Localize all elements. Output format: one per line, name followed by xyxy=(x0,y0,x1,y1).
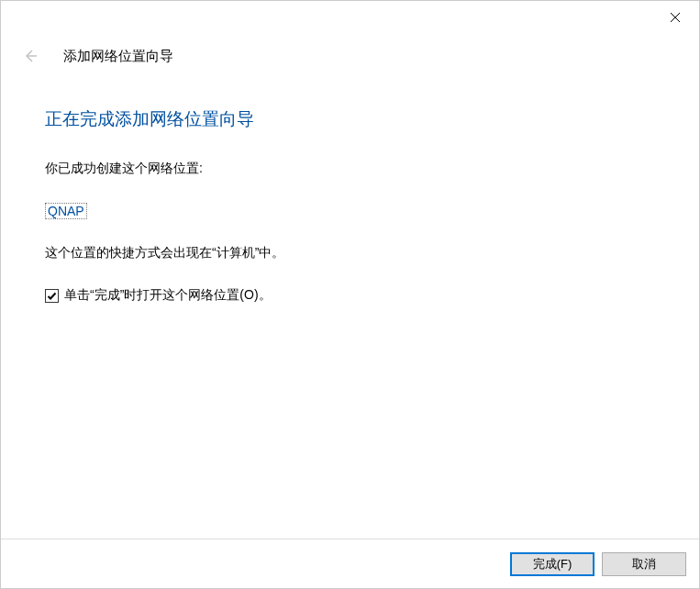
checkmark-icon xyxy=(47,291,57,301)
checkbox-box xyxy=(45,289,59,303)
back-button xyxy=(16,41,45,71)
page-heading: 正在完成添加网络位置向导 xyxy=(45,107,655,131)
back-arrow-icon xyxy=(22,48,39,64)
checkbox-label: 单击“完成”时打开这个网络位置(O)。 xyxy=(64,287,272,304)
titlebar xyxy=(1,1,699,30)
shortcut-info: 这个位置的快捷方式会出现在“计算机”中。 xyxy=(45,245,655,261)
close-button[interactable] xyxy=(655,5,695,30)
finish-button[interactable]: 完成(F) xyxy=(510,552,594,576)
header-row: 添加网络位置向导 xyxy=(1,30,699,71)
cancel-button[interactable]: 取消 xyxy=(602,552,686,576)
content-area: 正在完成添加网络位置向导 你已成功创建这个网络位置: QNAP 这个位置的快捷方… xyxy=(1,71,699,304)
success-message: 你已成功创建这个网络位置: xyxy=(45,161,655,177)
location-name-link[interactable]: QNAP xyxy=(45,203,87,219)
wizard-title: 添加网络位置向导 xyxy=(63,48,173,65)
footer-button-bar: 完成(F) 取消 xyxy=(1,539,699,588)
close-icon xyxy=(670,12,681,23)
open-on-finish-checkbox[interactable]: 单击“完成”时打开这个网络位置(O)。 xyxy=(45,287,655,304)
